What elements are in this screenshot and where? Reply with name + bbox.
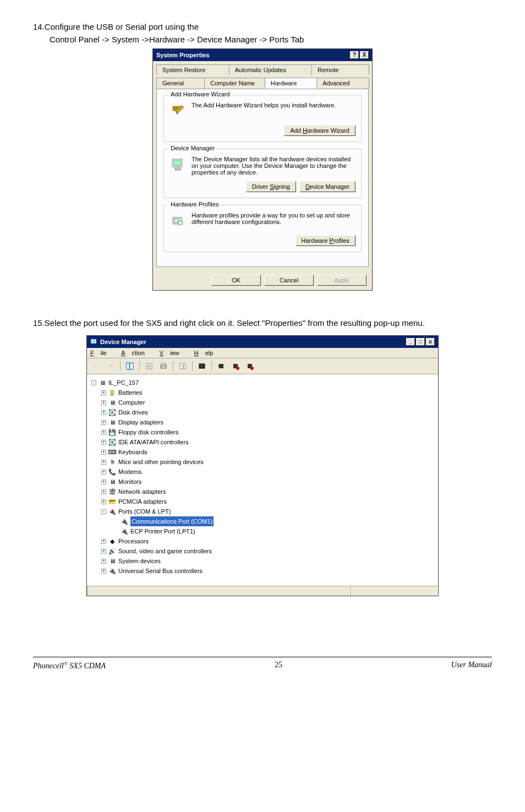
expand-icon[interactable]: + [101, 489, 106, 494]
minimize-button[interactable]: _ [406, 338, 415, 346]
expand-icon[interactable]: + [101, 400, 106, 405]
tab-general[interactable]: General [156, 78, 205, 89]
svg-rect-7 [92, 340, 95, 342]
device-category-icon: 🖥 [108, 557, 116, 565]
tab-automatic-updates[interactable]: Automatic Updates [229, 64, 312, 75]
expand-icon[interactable]: + [101, 430, 106, 435]
menu-action[interactable]: Action [121, 350, 151, 356]
ok-button[interactable]: OK [211, 275, 261, 286]
svg-rect-4 [174, 219, 178, 222]
tab-remote[interactable]: Remote [311, 64, 369, 75]
expand-icon[interactable]: + [101, 440, 106, 445]
expand-icon[interactable]: + [101, 460, 106, 465]
menu-file[interactable]: File [90, 350, 113, 356]
tree-item[interactable]: +🖥System devices [101, 556, 434, 566]
hardware-profiles-button[interactable]: Hardware Profiles [296, 235, 356, 246]
device-category-icon: 🕸 [108, 488, 116, 495]
tree-item[interactable]: +🖥Display adapters [101, 417, 434, 427]
tree-root[interactable]: - 🖥 IL_PC_157 [91, 378, 434, 388]
tree-item[interactable]: +🖱Mice and other pointing devices [101, 457, 434, 467]
toolbar-scan-icon[interactable] [196, 361, 208, 372]
tree-item[interactable]: +💽IDE ATA/ATAPI controllers [101, 437, 434, 447]
expand-icon[interactable]: + [101, 549, 106, 554]
tree-item[interactable]: +◆Processors [101, 536, 434, 546]
expand-icon[interactable]: + [101, 479, 106, 484]
tab-advanced[interactable]: Advanced [316, 78, 369, 89]
tree-item-ports[interactable]: - 🔌 Ports (COM & LPT) [101, 506, 434, 516]
device-manager-icon [169, 156, 187, 173]
toolbar-disable-icon[interactable] [244, 361, 256, 372]
tree-item[interactable]: +🕸Network adapters [101, 487, 434, 497]
help-button[interactable]: ? [350, 51, 359, 59]
toolbar-show-hide-icon[interactable] [124, 361, 136, 372]
expand-icon[interactable]: + [101, 470, 106, 475]
status-bar [87, 586, 438, 596]
menu-view[interactable]: View [160, 350, 186, 356]
dm-title-text: Device Manager [100, 339, 146, 345]
collapse-icon[interactable]: - [101, 509, 106, 514]
toolbar-uninstall-icon[interactable] [215, 361, 227, 372]
device-manager-button[interactable]: Device Manager [299, 181, 356, 192]
tree-item[interactable]: +💳PCMCIA adapters [101, 497, 434, 506]
svg-rect-15 [199, 364, 205, 368]
group-text-dm: The Device Manager lists all the hardwar… [192, 156, 356, 176]
window-close-button[interactable]: X [426, 338, 435, 346]
device-category-icon: 🔊 [108, 547, 116, 555]
expand-icon[interactable]: + [101, 450, 106, 455]
group-text-hw: The Add Hardware Wizard helps you instal… [192, 102, 356, 108]
maximize-button[interactable]: □ [416, 338, 425, 346]
step-14-line2: Control Panel -> System ->Hardware -> De… [50, 35, 492, 44]
device-category-icon: 💾 [108, 428, 116, 436]
footer-right: User Manual [451, 661, 492, 671]
group-title-hp: Hardware Profiles [168, 201, 221, 208]
tree-item[interactable]: +⌨Keyboards [101, 447, 434, 457]
device-category-icon: 🔌 [108, 567, 116, 575]
device-category-icon: 🖥 [108, 418, 116, 426]
cancel-button[interactable]: Cancel [264, 275, 314, 286]
tab-system-restore[interactable]: System Restore [156, 64, 229, 75]
expand-icon[interactable]: + [101, 539, 106, 544]
tree-item[interactable]: +🖥Computer [101, 397, 434, 407]
toolbar-update-icon[interactable] [229, 361, 242, 372]
port-icon: 🔌 [121, 517, 128, 525]
toolbar-properties-icon[interactable] [143, 361, 155, 372]
toolbar-print-icon[interactable] [157, 361, 169, 372]
group-device-manager: Device Manager The Device Manager lists … [163, 149, 362, 198]
tree-item[interactable]: +📞Modems [101, 467, 434, 477]
collapse-icon[interactable]: - [91, 380, 96, 385]
tree-item[interactable]: +💽Disk drives [101, 407, 434, 417]
dm-app-icon [90, 338, 98, 346]
tree-item-com1[interactable]: 🔌 Communications Port (COM1) [113, 516, 434, 526]
device-manager-window: Device Manager _ □ X File Action View He… [86, 335, 439, 596]
tree-item[interactable]: +🔋Batteries [101, 388, 434, 397]
tree-item[interactable]: +🖥Monitors [101, 477, 434, 487]
expand-icon[interactable]: + [101, 499, 106, 504]
toolbar-back-icon[interactable]: ← [90, 361, 102, 372]
device-category-icon: ◆ [108, 537, 116, 545]
ports-icon: 🔌 [108, 508, 116, 515]
tree-item-lpt1[interactable]: 🔌 ECP Printer Port (LPT1) [113, 526, 434, 536]
expand-icon[interactable]: + [101, 569, 106, 574]
expand-icon[interactable]: + [101, 410, 106, 415]
tree-item[interactable]: +🔊Sound, video and game controllers [101, 546, 434, 556]
port-icon: 🔌 [121, 527, 128, 535]
tree-item[interactable]: +🔌Universal Serial Bus controllers [101, 566, 434, 576]
close-button[interactable]: X [360, 51, 369, 59]
expand-icon[interactable]: + [101, 559, 106, 564]
group-hardware-profiles: Hardware Profiles Hardware profiles prov… [163, 205, 362, 252]
driver-signing-button[interactable]: Driver Signing [246, 181, 296, 192]
toolbar-forward-icon[interactable]: → [105, 361, 117, 372]
dialog-title-text: System Properties [156, 52, 210, 58]
tab-hardware[interactable]: Hardware [265, 78, 318, 89]
expand-icon[interactable]: + [101, 390, 106, 395]
add-hardware-wizard-button[interactable]: Add Hardware Wizard [284, 125, 356, 136]
menu-help[interactable]: Help [194, 350, 220, 356]
expand-icon[interactable]: + [101, 420, 106, 425]
device-category-icon: 📞 [108, 468, 116, 476]
page-footer: Phonecell® SX5 CDMA 25 User Manual [33, 657, 492, 671]
dm-toolbar: ← → ? [87, 358, 438, 374]
footer-left: Phonecell® SX5 CDMA [33, 661, 106, 671]
tree-item[interactable]: +💾Floppy disk controllers [101, 427, 434, 437]
tab-computer-name[interactable]: Computer Name [204, 78, 265, 89]
toolbar-help-icon[interactable]: ? [177, 361, 189, 372]
